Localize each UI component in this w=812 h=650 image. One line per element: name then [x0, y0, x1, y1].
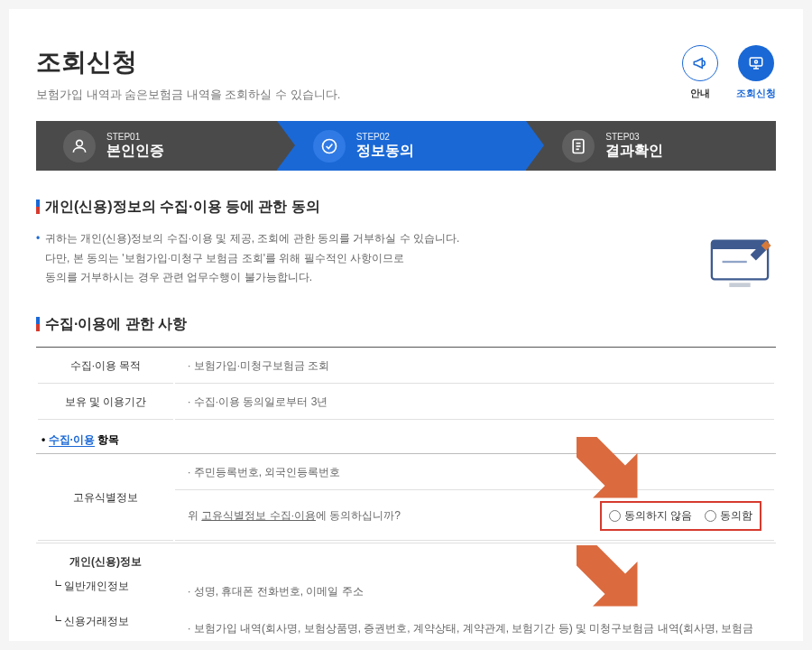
items-table-2: 개인(신용)정보 ┗ 일반개인정보 · 성명, 휴대폰 전화번호, 이메일 주소…: [36, 543, 776, 641]
document-icon: [562, 130, 595, 162]
personal-td2: · 보험가입 내역(회사명, 보험상품명, 증권번호, 계약상태, 계약관계, …: [175, 610, 774, 641]
apply-button[interactable]: 조회신청: [736, 45, 776, 100]
unique-id-th: 고유식별정보: [38, 456, 173, 541]
purpose-th: 수집·이용 목적: [38, 349, 173, 384]
unique-id-td: · 주민등록번호, 외국인등록번호: [175, 456, 774, 490]
section-title-collection: 수집·이용에 관한 사항: [36, 315, 776, 334]
personal-th-main: 개인(신용)정보: [38, 545, 173, 573]
page-subtitle: 보험가입 내역과 숨은보험금 내역을 조회하실 수 있습니다.: [36, 87, 340, 103]
step-3: STEP03결과확인: [526, 121, 776, 171]
personal-th-sub2: ┗ 신용거래정보: [38, 610, 173, 641]
unique-id-question: 위 고유식별정보 수집·이용에 동의하십니까?: [188, 508, 401, 524]
page-title: 조회신청: [36, 45, 340, 79]
period-td: · 수집·이용 동의일로부터 3년: [175, 385, 774, 420]
unique-id-radio-no[interactable]: 동의하지 않음: [609, 508, 692, 524]
step-2: STEP02정보동의: [277, 121, 527, 171]
svg-rect-13: [729, 283, 750, 287]
unique-id-radio-yes[interactable]: 동의함: [705, 508, 752, 524]
purpose-table: 수집·이용 목적 · 보험가입·미청구보험금 조회 보유 및 이용기간 · 수집…: [36, 347, 776, 422]
period-th: 보유 및 이용기간: [38, 385, 173, 420]
section-title-consent: 개인(신용)정보의 수집·이용 등에 관한 동의: [36, 198, 776, 217]
monitor-icon: [738, 45, 774, 81]
personal-th-sub1: ┗ 일반개인정보: [38, 575, 173, 608]
personal-td1: · 성명, 휴대폰 전화번호, 이메일 주소: [175, 575, 774, 608]
apply-label: 조회신청: [736, 87, 776, 100]
items-table-1: 고유식별정보 · 주민등록번호, 외국인등록번호 위 고유식별정보 수집·이용에…: [36, 453, 776, 543]
items-subtitle: • 수집·이용 항목: [36, 432, 776, 448]
unique-id-radio-group: 동의하지 않음 동의함: [600, 501, 761, 531]
purpose-td: · 보험가입·미청구보험금 조회: [175, 349, 774, 384]
consent-intro: 귀하는 개인(신용)정보의 수집·이용 및 제공, 조회에 관한 동의를 거부하…: [36, 229, 776, 288]
check-icon: [313, 130, 346, 162]
svg-point-1: [755, 60, 758, 63]
svg-point-4: [77, 140, 83, 146]
svg-point-5: [322, 139, 336, 153]
guide-button[interactable]: 안내: [682, 45, 718, 100]
user-icon: [63, 130, 96, 162]
stepper: STEP01본인인증 STEP02정보동의 STEP03결과확인: [36, 121, 776, 171]
megaphone-icon: [682, 45, 718, 81]
guide-label: 안내: [690, 87, 710, 100]
svg-rect-0: [750, 58, 762, 66]
illustration-icon: [704, 230, 776, 293]
step-1: STEP01본인인증: [36, 121, 277, 171]
